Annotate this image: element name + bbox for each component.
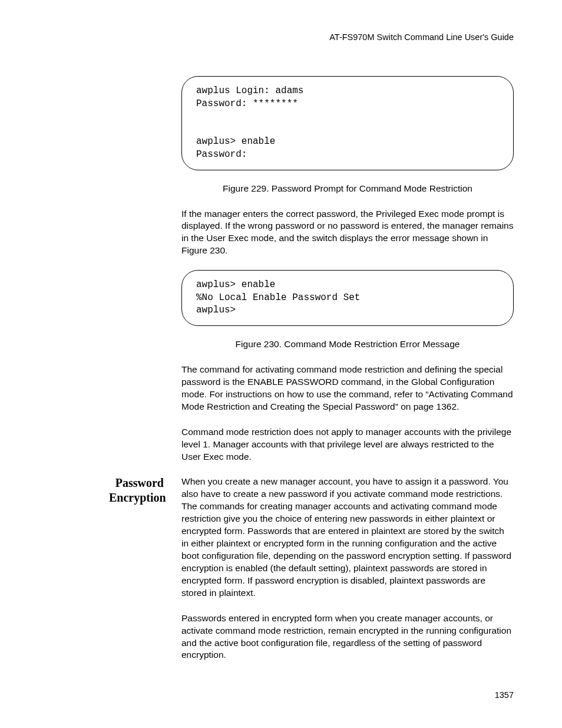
body-paragraph: Passwords entered in encrypted form when… (181, 612, 513, 662)
code-block-229: awplus Login: adams Password: ******** a… (181, 76, 514, 170)
heading-line: Password (115, 476, 164, 489)
figure-caption-230: Figure 230. Command Mode Restriction Err… (181, 339, 514, 350)
page-number: 1357 (495, 690, 514, 700)
page-header: AT-FS970M Switch Command Line User's Gui… (47, 32, 515, 42)
body-paragraph: The command for activating command mode … (181, 364, 514, 413)
body-paragraph: Command mode restriction does not apply … (181, 426, 514, 463)
section-heading-password-encryption: Password Encryption (109, 476, 164, 505)
heading-line: Encryption (109, 491, 166, 504)
body-paragraph: If the manager enters the correct passwo… (181, 208, 514, 258)
code-block-230: awplus> enable %No Local Enable Password… (181, 270, 514, 326)
body-paragraph: When you create a new manager account, y… (181, 476, 513, 599)
figure-caption-229: Figure 229. Password Prompt for Command … (181, 183, 514, 194)
